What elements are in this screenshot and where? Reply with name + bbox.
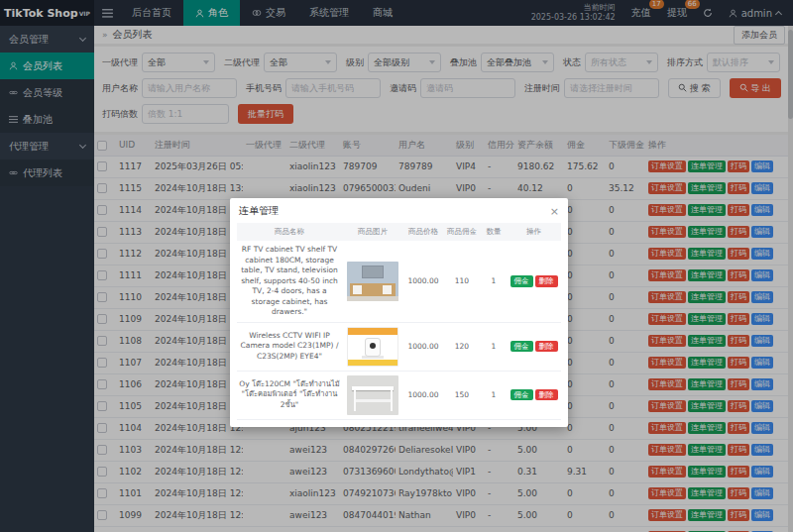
modal-table-body: RF TV cabinet TV shelf TV cabinet 180CM,…: [237, 241, 561, 419]
product-actions: 佣金删除: [507, 322, 561, 371]
modal-column-header: 商品价格: [403, 223, 443, 241]
product-name: RF TV cabinet TV shelf TV cabinet 180CM,…: [237, 241, 342, 322]
modal-product-row: RF TV cabinet TV shelf TV cabinet 180CM,…: [237, 241, 561, 322]
modal-column-header: 数量: [481, 223, 507, 241]
product-qty: 1: [481, 371, 507, 419]
page: TikTok ShopVIP 后台首页角色交易系统管理商城 当前时间 2025-…: [0, 0, 793, 532]
product-commission: 150: [443, 371, 481, 419]
product-image-desk: [347, 375, 398, 415]
modal-column-header: 商品佣金: [443, 223, 481, 241]
commission-button[interactable]: 佣金: [510, 275, 533, 287]
product-name: Wireless CCTV WIFI IP Camera model C23(1…: [237, 322, 342, 371]
modal-product-row: Wireless CCTV WIFI IP Camera model C23(1…: [237, 322, 561, 371]
product-commission: 110: [443, 241, 481, 322]
commission-button[interactable]: 佣金: [510, 389, 533, 401]
commission-button[interactable]: 佣金: [510, 341, 533, 353]
product-price: 1000.00: [403, 241, 443, 322]
product-image-camera: [347, 327, 398, 367]
product-image-cell: [342, 241, 403, 322]
product-price: 1000.00: [403, 371, 443, 419]
modal-column-header: 商品图片: [342, 223, 403, 241]
delete-button[interactable]: 删除: [535, 341, 558, 353]
modal-product-table: 商品名称商品图片商品价格商品佣金数量操作 RF TV cabinet TV sh…: [237, 223, 561, 420]
product-commission: 120: [443, 322, 481, 371]
product-image-tv-cabinet: [347, 262, 398, 301]
delete-button[interactable]: 删除: [535, 389, 558, 401]
product-actions: 佣金删除: [507, 241, 561, 322]
modal-column-header: 操作: [507, 223, 561, 241]
modal-product-row: Oy โต๊ะ120CM "โต๊ะทำงานไม้ "โต๊ะคอมพิวเต…: [237, 371, 561, 419]
order-modal: 连单管理 × 商品名称商品图片商品价格商品佣金数量操作 RF TV cabine…: [230, 198, 568, 427]
product-qty: 1: [481, 241, 507, 322]
modal-table-head: 商品名称商品图片商品价格商品佣金数量操作: [237, 223, 561, 241]
product-image-cell: [342, 322, 403, 371]
product-price: 1000.00: [403, 322, 443, 371]
product-actions: 佣金删除: [507, 371, 561, 419]
product-name: Oy โต๊ะ120CM "โต๊ะทำงานไม้ "โต๊ะคอมพิวเต…: [237, 371, 342, 419]
product-qty: 1: [481, 322, 507, 371]
delete-button[interactable]: 删除: [535, 275, 558, 287]
close-icon[interactable]: ×: [550, 206, 559, 217]
product-image-cell: [342, 371, 403, 419]
modal-column-header: 商品名称: [237, 223, 342, 241]
modal-title: 连单管理: [239, 204, 279, 218]
